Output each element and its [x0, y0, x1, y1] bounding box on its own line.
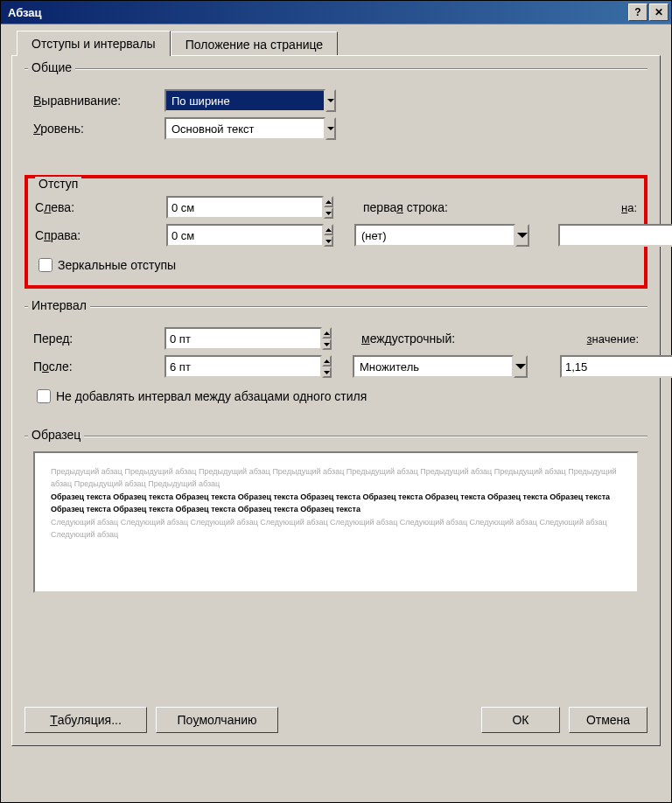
svg-marker-13: [515, 364, 526, 369]
tabpanel: Общие Выравнивание: Уровень:: [11, 55, 661, 746]
default-button[interactable]: По умолчанию: [156, 707, 278, 733]
ok-button[interactable]: ОК: [481, 707, 560, 733]
tabstrip: Отступы и интервалы Положение на страниц…: [17, 30, 661, 55]
after-spinner[interactable]: [164, 355, 239, 378]
by-label: на:: [621, 201, 637, 214]
titlebar: Абзац ? ✕: [1, 1, 671, 24]
value-label: значение:: [587, 332, 639, 346]
value-spinner[interactable]: [560, 355, 639, 378]
tabs-button[interactable]: Табуляция...: [24, 707, 147, 733]
indent-left-label: Слева:: [35, 200, 166, 214]
indent-right-spinner[interactable]: [166, 224, 241, 247]
first-line-combo[interactable]: [354, 224, 529, 247]
alignment-combo[interactable]: [164, 89, 335, 112]
group-interval-label: Интервал: [28, 298, 90, 312]
svg-marker-10: [324, 343, 330, 346]
tab-pageposition[interactable]: Положение на странице: [171, 31, 338, 57]
linespacing-label: междустрочный:: [361, 332, 455, 346]
svg-marker-1: [327, 127, 334, 130]
chevron-down-icon[interactable]: [326, 117, 336, 140]
window-title: Абзац: [8, 6, 42, 19]
level-label: Уровень:: [33, 122, 164, 136]
spin-down-icon[interactable]: [322, 367, 332, 378]
svg-marker-5: [326, 240, 332, 243]
paragraph-dialog: Абзац ? ✕ Отступы и интервалы Положение …: [0, 0, 672, 803]
indent-left-spinner[interactable]: [166, 196, 241, 219]
svg-marker-3: [326, 212, 332, 215]
group-interval: Интервал Перед: междустрочный: значение:: [24, 306, 648, 418]
by-spinner[interactable]: [558, 224, 637, 247]
preview-previous: Предыдущий абзац Предыдущий абзац Предыд…: [51, 465, 621, 491]
level-combo[interactable]: [164, 117, 335, 140]
spin-up-icon[interactable]: [322, 355, 332, 367]
spin-down-icon[interactable]: [324, 235, 333, 247]
spin-up-icon[interactable]: [324, 224, 333, 235]
group-indent: Отступ Слева: первая строка: на:: [24, 175, 648, 289]
alignment-label: Выравнивание:: [33, 94, 164, 108]
chevron-down-icon[interactable]: [515, 224, 529, 247]
svg-marker-6: [517, 233, 528, 238]
chevron-down-icon[interactable]: [514, 355, 528, 378]
close-button[interactable]: ✕: [649, 3, 668, 21]
before-label: Перед:: [33, 332, 164, 346]
svg-marker-12: [324, 371, 330, 374]
group-common: Общие Выравнивание: Уровень:: [24, 68, 648, 157]
group-common-label: Общие: [28, 60, 75, 74]
mirror-indents-label: Зеркальные отступы: [58, 258, 176, 272]
tab-indents[interactable]: Отступы и интервалы: [17, 31, 171, 56]
preview-next: Следующий абзац Следующий абзац Следующи…: [51, 516, 621, 541]
svg-marker-9: [324, 332, 330, 335]
svg-marker-2: [326, 200, 332, 204]
spin-up-icon[interactable]: [322, 327, 332, 339]
spin-up-icon[interactable]: [324, 196, 333, 207]
before-spinner[interactable]: [164, 327, 239, 350]
spin-down-icon[interactable]: [324, 207, 333, 219]
group-sample-label: Образец: [28, 428, 84, 442]
linespacing-combo[interactable]: [353, 355, 528, 378]
group-indent-label: Отступ: [35, 177, 81, 191]
no-add-interval-checkbox[interactable]: [37, 389, 51, 403]
after-label: После:: [33, 360, 164, 374]
cancel-button[interactable]: Отмена: [569, 707, 648, 733]
mirror-indents-checkbox[interactable]: [38, 258, 52, 272]
first-line-label: первая строка:: [363, 200, 448, 214]
spin-down-icon[interactable]: [322, 339, 332, 350]
indent-right-label: Справа:: [35, 228, 166, 242]
no-add-interval-label: Не добавлять интервал между абзацами одн…: [56, 389, 367, 403]
preview-box: Предыдущий абзац Предыдущий абзац Предыд…: [33, 451, 639, 593]
chevron-down-icon[interactable]: [326, 89, 336, 112]
svg-marker-11: [324, 360, 330, 363]
preview-sample: Образец текста Образец текста Образец те…: [51, 491, 621, 516]
group-sample: Образец Предыдущий абзац Предыдущий абза…: [24, 436, 648, 605]
help-button[interactable]: ?: [628, 3, 648, 21]
svg-marker-4: [326, 228, 332, 232]
svg-marker-0: [327, 99, 334, 102]
